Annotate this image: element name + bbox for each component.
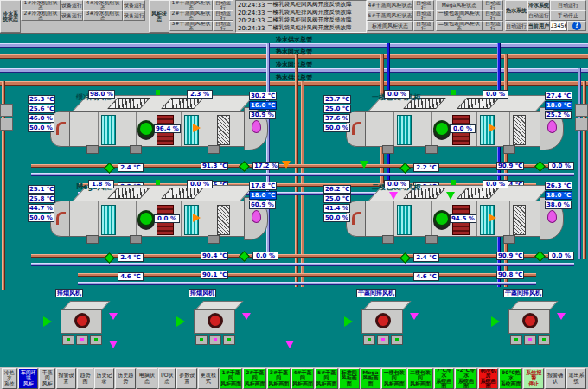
return-air-temp-box: 25.8 ℃ [28, 194, 55, 203]
nav-button[interactable]: 干蒸间 风柜 [39, 368, 54, 389]
fan-label-box: 排烟风机 [189, 289, 216, 297]
section-divider [509, 112, 510, 146]
return-air-temp-box: 25.0 ℃ [323, 105, 351, 113]
section-divider [136, 201, 137, 236]
nav-button[interactable]: 4#干蒸间 风柜画面 [291, 368, 315, 389]
fan-label-box: 排烟风机 [55, 289, 83, 297]
fan-status-box [195, 335, 208, 345]
outflow-arrow-icon [242, 313, 251, 320]
nav-button[interactable]: 3#干蒸间 风柜画面 [267, 368, 291, 389]
return-air-humidity-box: 37.6 % [323, 114, 350, 123]
nav-button[interactable]: -2℃冷水 系统画面 [455, 368, 476, 389]
filter-panel [217, 115, 230, 145]
section-divider [214, 112, 214, 146]
alarm-time: 20:24:33 [236, 10, 267, 16]
chiller-status-cell: 2#冷水机组状态 [21, 10, 61, 21]
alarm-time: 20:24:33 [236, 25, 267, 32]
chiller-status-cell: 4#冷水机组状态 [83, 0, 123, 10]
outlet-fan-icon [547, 120, 557, 133]
filter-panel [217, 205, 230, 235]
hot-valve-icon [534, 251, 546, 262]
exhaust-fan-icon [208, 313, 223, 328]
fan-status-cell: 3#干蒸间风柜状态 [169, 21, 213, 31]
nav-button[interactable]: 冷热水 系统 [2, 368, 17, 389]
nav-button[interactable]: 退出系统 [566, 368, 587, 389]
nav-button[interactable]: 二楼包装间 风柜画面 [407, 368, 432, 389]
help-icon[interactable]: ? [572, 22, 581, 30]
alarm-row[interactable]: 20:24:33 二楼乳袋风柜回风阀开度反馈故障 [236, 16, 366, 24]
chiller-status-cell: 设备运行 [123, 10, 145, 21]
nav-button[interactable]: 7℃冷水 系统画面 [434, 368, 455, 389]
filter-panel [513, 205, 526, 235]
damper-position-box: 0.0 % [187, 180, 213, 188]
fan-status-cell: 4#干蒸间风柜状态 [367, 0, 413, 10]
nav-button[interactable]: 报警设置 [56, 368, 77, 389]
nav-button[interactable]: I/O状态 [158, 368, 176, 389]
filter-panel [513, 115, 526, 145]
hot-valve-position-box: 17.2 % [252, 162, 279, 170]
hot-water-supply-temp-box: 90.9 ℃ [496, 252, 524, 260]
inlet-duct-icon [352, 212, 361, 225]
nav-button[interactable]: 参数设置 [176, 368, 197, 389]
hot-valve-icon [534, 161, 546, 172]
nav-button[interactable]: 一楼包装间 风柜画面 [381, 368, 406, 389]
fan-status-cell: 自动运行 [413, 0, 434, 10]
hot-valve-position-box: 0.0 % [252, 252, 278, 260]
flow-arrow-down-icon [389, 192, 398, 200]
supply-fan-icon [433, 210, 451, 227]
nav-button[interactable]: 1#干蒸间 风柜画面 [220, 368, 243, 389]
setpoint-temp-box: 18.0 ℃ [249, 191, 277, 200]
nav-button[interactable]: 90℃热水 系统画面 [499, 368, 522, 389]
hot-valve-position-box: 0.0 % [548, 162, 574, 170]
ahu-leg [425, 145, 438, 154]
outflow-arrow-icon [557, 313, 566, 320]
nav-button[interactable]: 标准间 风柜画面 [339, 368, 360, 389]
nav-button[interactable]: 历史趋势 [115, 368, 136, 389]
chilled-water-temp-box: 4.6 ℃ [118, 272, 144, 281]
chilled-water-temp-box: 4.6 ℃ [413, 272, 439, 281]
nav-button[interactable]: 系统报警 停止 [523, 368, 544, 389]
setpoint-temp-box: 18.0 ℃ [545, 191, 572, 200]
nav-button[interactable]: 2#干蒸间 风柜画面 [243, 368, 266, 389]
ahu-leg [503, 145, 515, 154]
ahu-leg [86, 145, 99, 154]
exhaust-fan-unit: 干蒸间排风机 [337, 289, 432, 351]
nav-button[interactable]: 制冷机房 系统画面 [478, 368, 499, 389]
nav-button[interactable]: 5#干蒸间 风柜画面 [315, 368, 338, 389]
ahu-leg [503, 235, 515, 244]
nav-button[interactable]: 电脑状态 [137, 368, 157, 389]
pipe-tag [0, 104, 13, 117]
alarm-time: 20:24:33 [236, 2, 267, 9]
flow-arrow-down-icon [285, 341, 294, 348]
fan-status-box [377, 335, 389, 345]
fan-status-box [391, 335, 403, 345]
section-divider [431, 201, 432, 236]
alarm-message: 二楼乳袋风柜回风阀开度反馈故障 [267, 16, 366, 24]
exhaust-fan-icon [522, 313, 538, 328]
fan-cabinet-status-label: 风柜状态 [149, 0, 169, 33]
fan-status-cell: 自动运行 [483, 10, 503, 21]
fan-status-box [62, 335, 74, 345]
section-divider [98, 112, 99, 146]
current-user-label: 当前用户 [527, 21, 550, 31]
alarm-row[interactable]: 20:24:33 一楼乳袋风柜回风阀开度反馈故障 [236, 1, 366, 9]
nav-button[interactable]: 趋势图 [77, 368, 93, 389]
return-air-temp-box: 25.6 ℃ [28, 105, 55, 113]
pipe-tag [0, 118, 13, 131]
nav-button[interactable]: 更改模式 [198, 368, 219, 389]
nav-button[interactable]: 车间环境 风柜 [18, 368, 39, 389]
chiller-status-cell: 设备运行 [61, 0, 83, 10]
nav-button[interactable]: 历史记录 [94, 368, 115, 389]
system-status-grid: 冷水系统 热水系统 自动运行 自动运行 手动停止 自动运行 当前用户 U3456… [505, 0, 588, 33]
alarm-message: 二楼乳袋风柜排风阀开度反馈故障 [267, 24, 366, 32]
alarm-row[interactable]: 20:24:33 一楼乳袋风柜排风阀开度反馈故障 [236, 9, 366, 16]
fan-status-cell: 5#干蒸间风柜状态 [367, 10, 413, 21]
damper-position-box: 0.0 % [483, 180, 508, 188]
damper-position-box: 94.5 % [450, 214, 476, 223]
nav-button[interactable]: Mega 风柜画面 [361, 368, 381, 389]
hot-valve-icon [239, 251, 250, 262]
alarm-time: 20:24:33 [236, 17, 267, 24]
cooling-coil [397, 115, 412, 145]
alarm-row[interactable]: 20:24:33 二楼乳袋风柜排风阀开度反馈故障 [236, 24, 366, 32]
nav-button[interactable]: 报警确认 [545, 368, 566, 389]
